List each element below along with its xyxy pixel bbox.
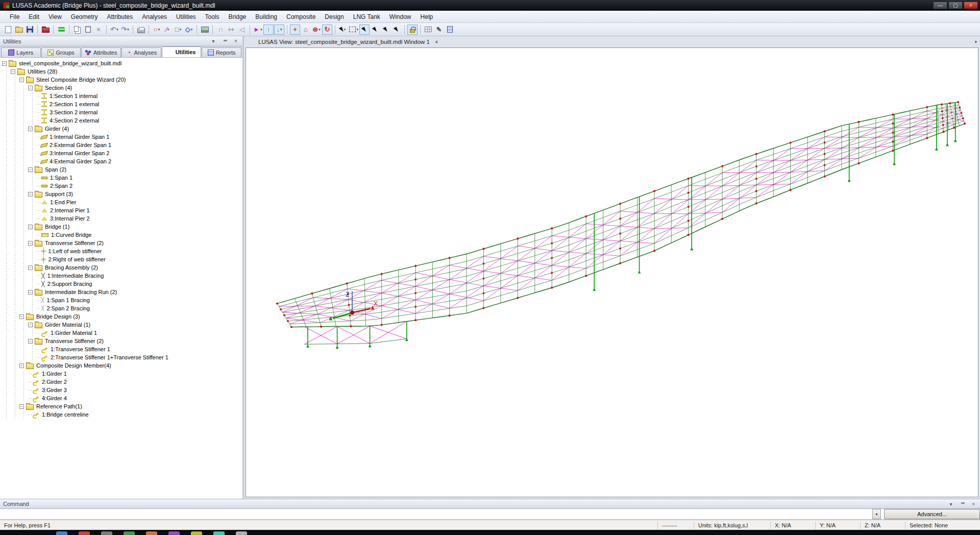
tree-item[interactable]: −steel_composite_bridge_wizard_built.mdl: [2, 59, 242, 67]
taskbar-app-icon[interactable]: [213, 531, 225, 535]
command-input[interactable]: [0, 509, 872, 519]
grid-view-icon[interactable]: [423, 25, 433, 35]
modify-cursor-icon[interactable]: [359, 25, 370, 35]
home-view-icon[interactable]: ⌂: [301, 25, 311, 35]
menu-window[interactable]: Window: [385, 12, 416, 22]
element-axes-icon[interactable]: ↑: [263, 25, 274, 35]
tree-item[interactable]: 4:External Girder Span 2: [2, 157, 242, 165]
menu-edit[interactable]: Edit: [24, 12, 44, 22]
menu-building[interactable]: Building: [251, 12, 282, 22]
tree-collapse-icon[interactable]: −: [28, 265, 33, 270]
taskbar-app-icon[interactable]: [146, 531, 157, 535]
tree-item[interactable]: 1:End Pier: [2, 198, 242, 206]
taskbar-app-icon[interactable]: [236, 531, 247, 535]
image-icon[interactable]: [200, 25, 210, 35]
tab-analyses[interactable]: ◔Analyses: [121, 47, 161, 57]
tree-collapse-icon[interactable]: −: [28, 167, 33, 172]
tree-item[interactable]: −Steel Composite Bridge Wizard (20): [2, 76, 242, 84]
menu-bridge[interactable]: Bridge: [224, 12, 251, 22]
tree-collapse-icon[interactable]: −: [11, 69, 15, 74]
panel-close-icon[interactable]: ×: [232, 38, 239, 44]
annotate-icon[interactable]: ✎: [434, 25, 444, 35]
tree-item[interactable]: −Transverse Stiffener (2): [2, 337, 242, 345]
command-history-dropdown-icon[interactable]: ▾: [872, 509, 881, 519]
taskbar-app-icon[interactable]: [191, 531, 202, 535]
report-icon[interactable]: [445, 25, 455, 35]
tree-item[interactable]: 1:Internal Girder Span 1: [2, 133, 242, 141]
print-icon[interactable]: [136, 25, 146, 35]
tree-item[interactable]: 1:Transverse Stiffener 1: [2, 345, 242, 353]
minimize-button[interactable]: —: [933, 2, 947, 9]
taskbar-app-icon[interactable]: [56, 531, 67, 535]
tree-item[interactable]: 2:Span 2: [2, 182, 242, 190]
copy-icon[interactable]: [72, 25, 82, 35]
tree-item[interactable]: −Composite Design Member(4): [2, 361, 242, 370]
taskbar-app-icon[interactable]: [168, 531, 180, 535]
menu-attributes[interactable]: Attributes: [103, 12, 138, 22]
dynamic-pan-icon[interactable]: +: [290, 25, 300, 35]
menu-design[interactable]: Design: [320, 12, 348, 22]
tree-item[interactable]: −Transverse Stiffener (2): [2, 239, 242, 247]
save-model-icon[interactable]: [24, 25, 35, 35]
windows-taskbar[interactable]: [0, 530, 980, 535]
tree-item[interactable]: −Bracing Assembly (2): [2, 263, 242, 272]
view-tab-scroll-icon[interactable]: ▾: [974, 39, 977, 44]
tree-item[interactable]: 2:Transverse Stiffener 1+Transverse Stif…: [2, 353, 242, 361]
tree-item[interactable]: −Utilities (28): [2, 67, 242, 76]
tree-item[interactable]: −Span (2): [2, 165, 242, 174]
tree-collapse-icon[interactable]: −: [19, 363, 24, 368]
menu-help[interactable]: Help: [416, 12, 438, 22]
select-mesh-icon[interactable]: ►▾: [253, 25, 263, 35]
tree-item[interactable]: 1:Girder Material 1: [2, 329, 242, 337]
tree-collapse-icon[interactable]: −: [28, 323, 33, 327]
menu-view[interactable]: View: [44, 12, 66, 22]
open-model-icon[interactable]: [14, 25, 24, 35]
tree-item[interactable]: 3:Section 2 internal: [2, 108, 242, 116]
undo-icon[interactable]: ↶▾: [109, 25, 119, 35]
tree-item[interactable]: 3:Internal Pier 2: [2, 214, 242, 223]
tree-item[interactable]: 1:Girder 1: [2, 370, 242, 378]
command-menu-icon[interactable]: ▾: [947, 501, 954, 507]
tree-item[interactable]: 3:Internal Girder Span 2: [2, 149, 242, 157]
tab-utilities[interactable]: Utilities: [162, 46, 202, 57]
tree-item[interactable]: −Girder Material (1): [2, 321, 242, 329]
tree-item[interactable]: ╳2:Span 2 Bracing: [2, 304, 242, 312]
menu-tools[interactable]: Tools: [201, 12, 224, 22]
tab-attributes[interactable]: Attributes: [81, 47, 121, 57]
tree-collapse-icon[interactable]: −: [28, 339, 33, 344]
layers-toggle-icon[interactable]: [56, 25, 66, 35]
tree-collapse-icon[interactable]: −: [28, 225, 33, 229]
tree-item[interactable]: 1:Section 1 internal: [2, 92, 242, 100]
advanced-button[interactable]: Advanced...: [884, 509, 980, 519]
maximize-button[interactable]: ▢: [948, 2, 963, 9]
tree-collapse-icon[interactable]: −: [28, 192, 33, 197]
taskbar-app-icon[interactable]: [124, 531, 135, 535]
loading-arrow-icon[interactable]: ↓▾: [274, 25, 284, 35]
tree-item[interactable]: ╪1:Left of web stiffener: [2, 247, 242, 255]
tree-item[interactable]: −Girder (4): [2, 125, 242, 133]
tree-item[interactable]: 4:Girder 4: [2, 394, 242, 402]
tree-item[interactable]: 1:Span 1: [2, 174, 242, 182]
tree-item[interactable]: ╳2:Support Bracing: [2, 280, 242, 288]
select-cursor-icon[interactable]: ▾: [338, 25, 348, 35]
isometric-view-icon[interactable]: ↻: [322, 25, 332, 35]
volume-tool-icon[interactable]: ◇▾: [184, 25, 194, 35]
tree-item[interactable]: 3:Girder 3: [2, 386, 242, 394]
tree-item[interactable]: 4:Section 2 external: [2, 116, 242, 125]
close-button[interactable]: ×: [964, 2, 978, 9]
line-tool-icon[interactable]: ∕▾: [162, 25, 173, 35]
pan-cursor-icon[interactable]: [370, 25, 380, 35]
tree-collapse-icon[interactable]: −: [28, 127, 33, 131]
cone-tool-icon[interactable]: ◁: [237, 25, 247, 35]
box-select-icon[interactable]: ▾: [349, 25, 359, 35]
tree-item[interactable]: ╳1:Span 1 Bracing: [2, 296, 242, 304]
menu-lng-tank[interactable]: LNG Tank: [349, 12, 385, 22]
tree-item[interactable]: 2:Section 1 external: [2, 100, 242, 108]
tree-collapse-icon[interactable]: −: [28, 290, 33, 295]
tree-collapse-icon[interactable]: −: [19, 78, 24, 82]
zoom-cursor-icon[interactable]: [391, 25, 402, 35]
tree-item[interactable]: −Bridge (1): [2, 223, 242, 231]
point-tool-icon[interactable]: ○▾: [152, 25, 162, 35]
paste-icon[interactable]: [83, 25, 93, 35]
tab-layers[interactable]: Layers: [1, 47, 41, 57]
